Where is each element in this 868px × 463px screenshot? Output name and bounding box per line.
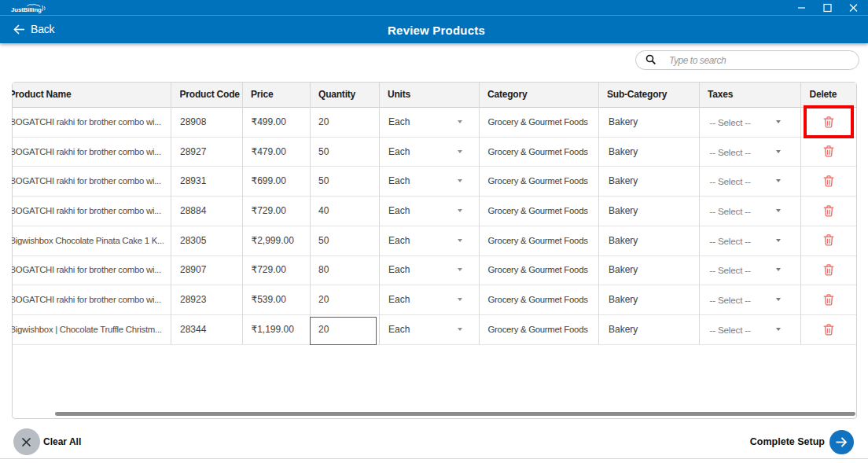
svg-text:JustBilling: JustBilling <box>11 6 42 13</box>
